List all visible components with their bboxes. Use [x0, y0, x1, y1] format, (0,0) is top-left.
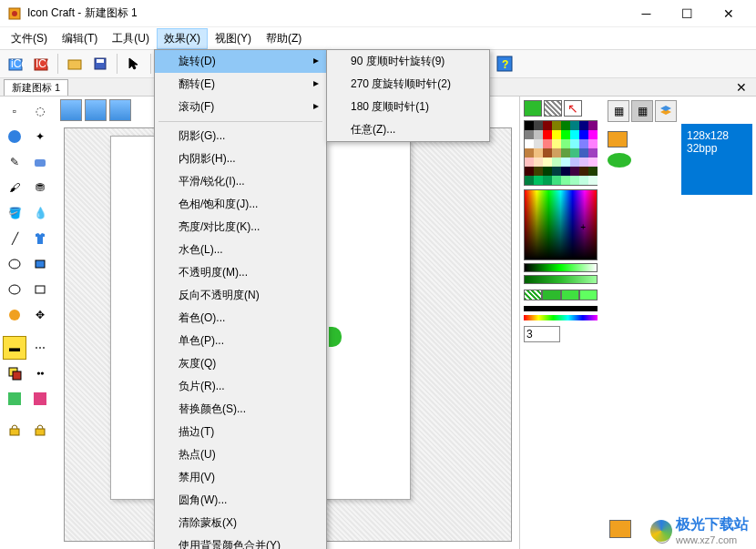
color-cell[interactable] [534, 130, 543, 139]
color-cell[interactable] [552, 139, 561, 148]
color-cell[interactable] [552, 130, 561, 139]
color-cell[interactable] [552, 158, 561, 167]
minimize-button[interactable]: ─ [626, 1, 667, 26]
color-cell[interactable] [561, 121, 570, 130]
color-cell[interactable] [588, 158, 598, 167]
menu-view[interactable]: 视图(Y) [208, 28, 259, 49]
rotate-180[interactable]: 180 度顺时针(1) [327, 96, 489, 118]
color-cell[interactable] [534, 121, 543, 130]
menu-replace[interactable]: 替换颜色(S)... [155, 398, 326, 421]
color-cell[interactable] [525, 121, 534, 130]
color-cell[interactable] [579, 176, 588, 185]
menu-stroke[interactable]: 描边(T) [155, 421, 326, 443]
tab-close-icon[interactable]: ✕ [730, 80, 752, 95]
swatch-hatch[interactable] [544, 100, 562, 117]
color-cell[interactable] [534, 167, 543, 176]
tool-lasso[interactable]: ◌ [28, 99, 52, 123]
color-cell[interactable] [579, 158, 588, 167]
spin-input[interactable] [524, 326, 560, 342]
tool-spray[interactable]: ⛃ [28, 176, 52, 199]
document-tab[interactable]: 新建图标 1 [4, 79, 68, 96]
canvas-layer3-icon[interactable] [109, 99, 131, 121]
rotate-270[interactable]: 270 度旋转顺时针(2) [327, 73, 489, 96]
menu-mono[interactable]: 单色(P)... [155, 330, 326, 352]
gradient-bar-2[interactable] [524, 275, 598, 284]
color-cell[interactable] [570, 130, 579, 139]
tool-tshirt[interactable] [28, 227, 52, 250]
menu-scroll[interactable]: 滚动(F)▸ [155, 96, 326, 118]
color-cell[interactable] [552, 167, 561, 176]
color-cell[interactable] [534, 148, 543, 158]
color-cell[interactable] [588, 167, 598, 176]
swatch-pointer-icon[interactable]: ↖ [564, 100, 582, 117]
color-cell[interactable] [525, 139, 534, 148]
color-cell[interactable] [570, 167, 579, 176]
menu-hue[interactable]: 色相/饱和度(J)... [155, 193, 326, 216]
toolbar-cursor-icon[interactable] [122, 52, 146, 76]
color-cell[interactable] [588, 139, 598, 148]
menu-disable[interactable]: 禁用(V) [155, 466, 326, 489]
layer-grid-icon[interactable]: ▦ [631, 100, 653, 122]
menu-negative[interactable]: 负片(R)... [155, 375, 326, 398]
color-cell[interactable] [525, 176, 534, 185]
tool-lock2[interactable] [28, 418, 52, 442]
rotate-90[interactable]: 90 度顺时针旋转(9) [327, 50, 489, 73]
color-cell[interactable] [588, 176, 598, 185]
color-cell[interactable] [525, 158, 534, 167]
color-cell[interactable] [543, 121, 552, 130]
menu-gray[interactable]: 灰度(Q) [155, 352, 326, 375]
color-cell[interactable] [570, 176, 579, 185]
color-cell[interactable] [543, 176, 552, 185]
color-cell[interactable] [579, 167, 588, 176]
tool-beads[interactable]: ⦁⦁ [28, 361, 52, 385]
tool-brush[interactable]: 🖌 [3, 176, 26, 199]
color-cell[interactable] [579, 139, 588, 148]
color-cell[interactable] [561, 130, 570, 139]
toolbar-save-icon[interactable] [88, 52, 112, 76]
toolbar-help-icon[interactable]: ? [493, 52, 516, 76]
menu-hotspot[interactable]: 热点(U) [155, 443, 326, 466]
color-cell[interactable] [561, 176, 570, 185]
color-cell[interactable] [561, 139, 570, 148]
menu-round[interactable]: 圆角(W)... [155, 489, 326, 512]
tool-fg[interactable] [3, 361, 26, 385]
tool-dropper[interactable]: 💧 [28, 201, 52, 225]
color-cell[interactable] [570, 121, 579, 130]
color-cell[interactable] [579, 121, 588, 130]
hue-picker[interactable]: + [524, 189, 598, 260]
tool-rect-outline[interactable] [28, 278, 52, 301]
color-cell[interactable] [543, 167, 552, 176]
color-cell[interactable] [588, 148, 598, 158]
color-grid[interactable] [524, 120, 598, 186]
tool-lock1[interactable] [3, 418, 26, 442]
tool-wand[interactable]: ✦ [28, 125, 52, 148]
color-cell[interactable] [525, 148, 534, 158]
menu-shadow[interactable]: 阴影(G)... [155, 125, 326, 147]
color-cell[interactable] [579, 130, 588, 139]
rainbow-bar[interactable] [524, 315, 598, 320]
menu-file[interactable]: 文件(S) [4, 28, 55, 49]
color-cell[interactable] [534, 158, 543, 167]
tool-pencil[interactable]: ✎ [3, 150, 26, 174]
menu-flip[interactable]: 翻转(E)▸ [155, 73, 326, 96]
color-cell[interactable] [525, 130, 534, 139]
menu-brightness[interactable]: 亮度/对比度(K)... [155, 216, 326, 239]
toolbar-new-icon[interactable]: iCo [4, 52, 27, 76]
tool-fill[interactable]: 🪣 [3, 201, 26, 225]
color-cell[interactable] [570, 139, 579, 148]
menu-tools[interactable]: 工具(U) [105, 28, 157, 49]
menu-aqua[interactable]: 水色(L)... [155, 239, 326, 261]
menu-opacity[interactable]: 不透明度(M)... [155, 261, 326, 284]
color-cell[interactable] [561, 158, 570, 167]
menu-inv-opacity[interactable]: 反向不透明度(N) [155, 284, 326, 307]
color-cell[interactable] [588, 121, 598, 130]
menu-edit[interactable]: 编辑(T) [55, 28, 105, 49]
menu-effects[interactable]: 效果(X) [157, 28, 208, 49]
menu-colorize[interactable]: 着色(O)... [155, 307, 326, 330]
color-cell[interactable] [534, 139, 543, 148]
color-cell[interactable] [543, 130, 552, 139]
tool-opt2[interactable]: ⋯ [28, 336, 52, 360]
tool-eraser[interactable] [28, 150, 52, 174]
layer-stack-icon[interactable] [655, 100, 677, 122]
toolbar-folder-icon[interactable] [63, 52, 87, 76]
